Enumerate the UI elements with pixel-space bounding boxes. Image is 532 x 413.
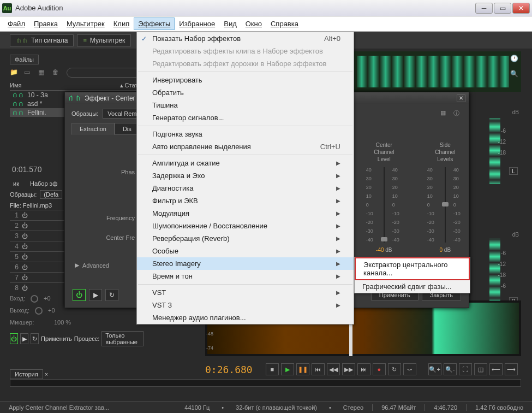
minimize-button[interactable]: ─	[475, 3, 493, 14]
menu-item[interactable]: Фильтр и ЭКВ▶	[137, 194, 354, 207]
forward-button[interactable]: ▶▶	[342, 363, 355, 375]
dialog-close-button[interactable]: ✕	[457, 95, 465, 102]
menu-item[interactable]: Тишина	[137, 99, 354, 111]
menu-item[interactable]: Амплитуда и сжатие▶	[137, 157, 354, 169]
tab-unknown[interactable]: ик	[10, 179, 22, 188]
preset-dropdown[interactable]: (Defa	[40, 190, 62, 199]
slider-label: Center Channel Level	[369, 141, 399, 163]
menu-item[interactable]: Подгонка звука	[137, 128, 354, 140]
power-icon[interactable]: ⏻	[22, 243, 28, 250]
loop-button[interactable]: ↻	[388, 363, 401, 375]
process-dropdown[interactable]: Только выбранные	[101, 331, 144, 346]
open-folder-icon[interactable]: 📁	[10, 68, 20, 77]
zoom-full-button[interactable]: ⛶	[459, 363, 472, 375]
menu-effects[interactable]: Эффекты	[134, 17, 175, 30]
zoom-out-point-button[interactable]: ⟶	[505, 363, 518, 375]
info-icon[interactable]: ⓘ	[453, 109, 462, 118]
menu-item[interactable]: Реверберация (Reverb)▶	[137, 232, 354, 245]
slider-thumb[interactable]	[381, 237, 387, 241]
menu-file[interactable]: Файл	[3, 17, 29, 30]
trash-icon[interactable]: 🗑	[52, 68, 62, 77]
menu-item[interactable]: VST▶	[137, 286, 354, 299]
menu-item[interactable]: Stereo Imagery▶	[137, 257, 354, 270]
close-button[interactable]: ✕	[512, 3, 530, 14]
preview-play-button[interactable]: ▶	[89, 289, 102, 301]
side-level-slider[interactable]: 40 30 20 10 0 -10 -20 -30 -40 40 30 20 1…	[437, 167, 453, 243]
menu-item[interactable]: Особые▶	[137, 245, 354, 257]
menu-item[interactable]: Менеджер аудио плагинов...	[137, 311, 354, 324]
power-icon[interactable]: ⏻	[22, 253, 28, 260]
status-sample-rate: 44100 Гц	[181, 404, 213, 411]
rewind-button[interactable]: ◀◀	[327, 363, 340, 375]
pause-button[interactable]: ❚❚	[296, 363, 309, 375]
submenu-graphic-phase[interactable]: Графический сдвиг фазы...	[355, 280, 470, 293]
menu-item[interactable]: Диагностика▶	[137, 182, 354, 194]
output-knob[interactable]	[35, 307, 43, 315]
waveform-icon: ⫛⫛	[12, 109, 24, 116]
new-file-icon[interactable]: ▦	[38, 68, 48, 77]
workspace-tab-waveform[interactable]: ⫛⫛Тип сигнала	[10, 34, 74, 46]
search-input[interactable]	[67, 68, 141, 78]
channel-left[interactable]: L	[509, 167, 518, 175]
power-icon[interactable]: ⏻	[22, 285, 28, 291]
menu-item[interactable]: Модуляция▶	[137, 207, 354, 220]
record-button[interactable]: ●	[373, 363, 386, 375]
menu-edit[interactable]: Правка	[29, 17, 62, 30]
submenu-center-extractor[interactable]: Экстрактор центрального канала...	[355, 257, 470, 280]
menu-multitrack[interactable]: Мультитрек	[62, 17, 109, 30]
stereo-imagery-submenu: Экстрактор центрального канала... Графич…	[354, 257, 470, 293]
power-icon[interactable]: ⏻	[22, 212, 28, 219]
import-icon[interactable]: ▭	[24, 68, 34, 77]
menu-favorites[interactable]: Избранное	[175, 17, 219, 30]
zoom-in-button[interactable]: 🔍+	[428, 363, 441, 375]
stop-button[interactable]: ■	[266, 363, 279, 375]
tab-extraction[interactable]: Extraction	[71, 123, 115, 135]
power-icon[interactable]: ⏻	[22, 274, 28, 281]
menu-item[interactable]: Авто исправление выделенияCtrl+U	[137, 140, 354, 153]
history-tab[interactable]: История	[10, 369, 43, 379]
play-button[interactable]: ▶	[281, 363, 294, 375]
col-name[interactable]: Имя	[10, 82, 120, 89]
skip-selection-button[interactable]: ⤻	[403, 363, 416, 375]
skip-forward-button[interactable]: ⏭	[357, 363, 370, 375]
power-button[interactable]: ⏻	[10, 333, 18, 344]
slider-thumb[interactable]	[442, 202, 449, 206]
effect-power-button[interactable]: ⏻	[73, 289, 86, 301]
menu-item[interactable]: Генератор сигналов...	[137, 111, 354, 124]
menu-item[interactable]: Инвертировать	[137, 74, 354, 86]
menu-item[interactable]: VST 3▶	[137, 299, 354, 311]
save-preset-icon[interactable]: ▦	[440, 109, 449, 118]
menu-item[interactable]: Задержка и Эхо▶	[137, 169, 354, 182]
tab-effect-rack[interactable]: Набор эф	[27, 179, 61, 188]
power-icon[interactable]: ⏻	[22, 233, 28, 239]
menu-help[interactable]: Справка	[266, 17, 303, 30]
input-knob[interactable]	[31, 295, 38, 303]
zoom-icon[interactable]: 🔍	[510, 70, 520, 78]
files-tab[interactable]: Файлы	[10, 55, 39, 64]
workspace-tab-multitrack[interactable]: ≡Мультитрек	[77, 34, 131, 46]
db-tick: -6	[501, 283, 506, 289]
menu-item[interactable]: Время и тон▶	[137, 270, 354, 282]
menu-item[interactable]: ✓Показать Набор эффектовAlt+0	[137, 32, 354, 45]
loop-button[interactable]: ↻	[31, 333, 39, 344]
menu-window[interactable]: Окно	[241, 17, 266, 30]
zoom-selection-button[interactable]: ◫	[474, 363, 487, 375]
zoom-in-point-button[interactable]: ⟵	[489, 363, 503, 375]
input-value: +0	[44, 295, 51, 303]
menu-view[interactable]: Вид	[219, 17, 241, 30]
power-icon[interactable]: ⏻	[22, 264, 28, 270]
preset-dropdown[interactable]: Vocal Rem	[103, 109, 141, 119]
skip-back-button[interactable]: ⏮	[312, 363, 325, 375]
maximize-button[interactable]: ▭	[494, 3, 511, 14]
center-level-slider[interactable]: 40 30 20 10 0 -10 -20 -30 -40 40 30 20 1…	[376, 167, 392, 243]
apply-button[interactable]: Применить	[41, 335, 72, 342]
menu-item[interactable]: Обратить	[137, 86, 354, 99]
zoom-out-button[interactable]: 🔍-	[444, 363, 457, 375]
power-icon[interactable]: ⏻	[22, 222, 28, 229]
tab-discrimination[interactable]: Dis	[115, 123, 140, 135]
preview-loop-button[interactable]: ↻	[105, 289, 118, 301]
menu-clip[interactable]: Клип	[109, 17, 134, 30]
menu-item[interactable]: Шумопонижение / Восстановление▶	[137, 220, 354, 232]
play-button[interactable]: ▶	[20, 333, 28, 344]
clock-icon[interactable]: 🕐	[510, 55, 520, 62]
